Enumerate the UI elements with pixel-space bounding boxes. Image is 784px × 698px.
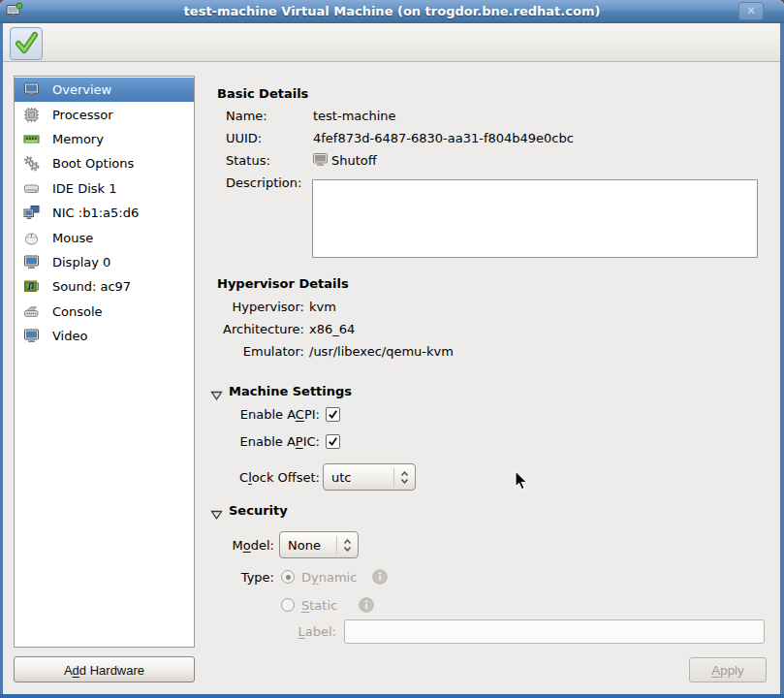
console-icon bbox=[23, 303, 40, 320]
security-label-input[interactable] bbox=[344, 619, 765, 644]
combo-arrows-icon bbox=[337, 538, 358, 553]
security-heading: Security bbox=[229, 503, 288, 518]
clock-offset-value: utc bbox=[324, 470, 393, 485]
machine-settings-expander-icon[interactable] bbox=[210, 389, 223, 398]
apic-row: Enable APIC: bbox=[230, 431, 340, 451]
processor-icon bbox=[23, 107, 40, 123]
sidebar-item-label: Memory bbox=[52, 132, 104, 146]
acpi-row: Enable ACPI: bbox=[230, 404, 340, 424]
clock-offset-label: Clock Offset: bbox=[230, 470, 320, 485]
static-label: Static bbox=[301, 598, 337, 613]
basic-details-heading: Basic Details bbox=[217, 86, 308, 101]
monitor-icon bbox=[23, 254, 40, 270]
architecture-label: Architecture: bbox=[217, 322, 304, 336]
memory-icon bbox=[23, 131, 40, 147]
hypervisor-details-heading: Hypervisor Details bbox=[217, 276, 349, 291]
sidebar-item-label: Video bbox=[52, 329, 87, 343]
sidebar-item-label: Boot Options bbox=[52, 156, 134, 171]
hardware-list: OverviewProcessorMemoryBoot OptionsIDE D… bbox=[14, 76, 195, 648]
sidebar-item-processor[interactable]: Processor bbox=[15, 102, 194, 126]
window-frame-left bbox=[0, 23, 3, 698]
mouse-icon bbox=[23, 230, 40, 246]
sidebar-item-label: Sound: ac97 bbox=[52, 279, 131, 294]
uuid-value: 4fef873d-6487-6830-aa31-f804b49e0cbc bbox=[313, 131, 574, 145]
security-type-dynamic-row: Dynamic bbox=[281, 568, 388, 586]
machine-settings-heading: Machine Settings bbox=[229, 384, 352, 398]
security-model-row: Model: None bbox=[230, 531, 359, 558]
sidebar-item-ide-disk-1[interactable]: IDE Disk 1 bbox=[15, 176, 194, 201]
sidebar-item-label: Mouse bbox=[52, 231, 93, 245]
name-label: Name: bbox=[226, 109, 267, 123]
clock-offset-select[interactable]: utc bbox=[323, 463, 416, 491]
emulator-label: Emulator: bbox=[217, 344, 304, 359]
vm-details-window: test-machine Virtual Machine (on trogdor… bbox=[0, 0, 784, 698]
combo-arrows-icon bbox=[394, 470, 415, 485]
uuid-label: UUID: bbox=[226, 131, 262, 145]
status-label: Status: bbox=[226, 153, 270, 168]
sound-icon bbox=[23, 278, 40, 295]
sidebar-item-mouse[interactable]: Mouse bbox=[15, 225, 194, 249]
green-checkmark-icon bbox=[13, 29, 40, 59]
security-label-label: Label: bbox=[294, 624, 336, 639]
description-textarea[interactable] bbox=[312, 179, 758, 258]
info-icon bbox=[372, 569, 388, 585]
titlebar[interactable]: test-machine Virtual Machine (on trogdor… bbox=[0, 0, 784, 23]
sidebar-item-label: Overview bbox=[52, 82, 111, 97]
security-type-label: Type: bbox=[230, 570, 274, 585]
security-type-static-row: Static bbox=[281, 596, 374, 614]
sidebar-item-boot-options[interactable]: Boot Options bbox=[15, 151, 194, 175]
acpi-checkbox[interactable] bbox=[326, 407, 340, 422]
sidebar-item-memory[interactable]: Memory bbox=[15, 127, 194, 151]
apic-checkbox[interactable] bbox=[326, 434, 340, 449]
dynamic-label: Dynamic bbox=[301, 570, 357, 585]
hypervisor-value: kvm bbox=[309, 300, 336, 314]
toolbar bbox=[3, 23, 780, 62]
security-expander-icon[interactable] bbox=[210, 508, 223, 518]
apply-button[interactable]: Apply bbox=[689, 657, 767, 682]
nic-icon bbox=[23, 205, 40, 221]
hypervisor-label: Hypervisor: bbox=[217, 300, 304, 314]
window-frame-right bbox=[780, 23, 784, 698]
emulator-value: /usr/libexec/qemu-kvm bbox=[309, 344, 454, 359]
close-icon[interactable]: ✕ bbox=[738, 2, 764, 20]
sidebar-item-sound-ac97[interactable]: Sound: ac97 bbox=[15, 274, 194, 299]
security-model-label: Model: bbox=[230, 538, 274, 553]
window-title: test-machine Virtual Machine (on trogdor… bbox=[0, 0, 784, 23]
confirm-checkmark-button[interactable] bbox=[10, 27, 43, 60]
security-model-select[interactable]: None bbox=[279, 531, 359, 558]
sidebar-item-console[interactable]: Console bbox=[15, 300, 194, 324]
sidebar-item-label: IDE Disk 1 bbox=[52, 181, 117, 196]
static-radio[interactable] bbox=[281, 598, 295, 612]
sidebar-item-label: Console bbox=[52, 304, 103, 319]
apic-label: Enable APIC: bbox=[230, 434, 320, 449]
add-hardware-button[interactable]: Add Hardware bbox=[14, 656, 195, 682]
monitor-icon bbox=[23, 81, 40, 98]
shutoff-monitor-icon bbox=[312, 151, 329, 168]
sidebar-item-label: Display 0 bbox=[52, 255, 110, 270]
info-icon bbox=[359, 597, 374, 613]
sidebar-item-overview[interactable]: Overview bbox=[15, 78, 194, 102]
sidebar-item-label: Processor bbox=[52, 108, 113, 122]
mouse-cursor bbox=[515, 470, 529, 494]
architecture-value: x86_64 bbox=[309, 322, 355, 336]
sidebar-item-video[interactable]: Video bbox=[15, 324, 194, 348]
sidebar-item-nic-b1-a5-d6[interactable]: NIC :b1:a5:d6 bbox=[15, 201, 194, 225]
dynamic-radio[interactable] bbox=[281, 570, 295, 584]
description-label: Description: bbox=[226, 175, 301, 190]
security-model-value: None bbox=[280, 538, 336, 553]
name-value: test-machine bbox=[313, 109, 396, 123]
disk-icon bbox=[23, 180, 40, 197]
sidebar-item-display-0[interactable]: Display 0 bbox=[15, 250, 194, 274]
gears-icon bbox=[23, 155, 40, 172]
status-value: Shutoff bbox=[331, 153, 377, 168]
sidebar-item-label: NIC :b1:a5:d6 bbox=[52, 206, 139, 220]
clock-offset-row: Clock Offset: utc bbox=[230, 463, 416, 491]
acpi-label: Enable ACPI: bbox=[230, 407, 320, 422]
window-frame-bottom bbox=[0, 694, 784, 698]
monitor-icon bbox=[23, 328, 40, 344]
